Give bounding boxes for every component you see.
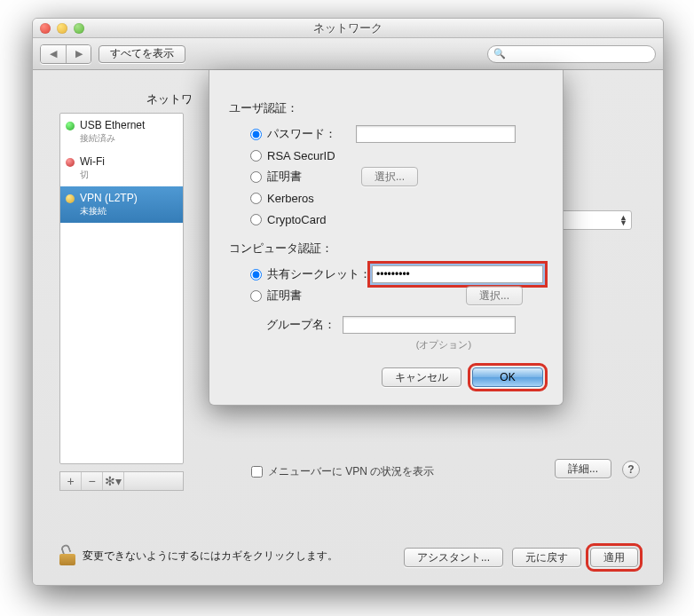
user-auth-cert-radio[interactable] <box>250 171 262 183</box>
popup-arrows-icon: ▲▼ <box>619 215 627 225</box>
window-title: ネットワーク <box>33 20 663 36</box>
ok-button[interactable]: OK <box>472 367 543 387</box>
group-name-label: グループ名： <box>250 317 343 333</box>
revert-button[interactable]: 元に戻す <box>512 548 581 567</box>
machine-auth-shared-secret-radio[interactable] <box>250 269 262 280</box>
preferences-window: ネットワーク ◀ ▶ すべてを表示 🔍 ネットワ USB Ethernet 接続… <box>32 18 664 586</box>
machine-cert-select-button[interactable]: 選択... <box>466 286 523 305</box>
sidebar-item-wifi[interactable]: Wi-Fi 切 <box>60 150 183 186</box>
auth-settings-sheet: ユーザ認証： パスワード： RSA SecurID 証明書 選択... Kerb… <box>209 70 564 406</box>
service-actions-button[interactable]: ✻▾ <box>103 472 124 490</box>
sidebar-item-vpn[interactable]: VPN (L2TP) 未接続 <box>60 186 183 223</box>
sidebar-item-status: 切 <box>80 169 176 181</box>
sidebar-item-status: 接続済み <box>80 132 176 145</box>
assistant-button[interactable]: アシスタント... <box>404 548 503 567</box>
lock-row: 変更できないようにするにはカギをクリックします。 <box>59 546 338 565</box>
status-dot-icon <box>66 194 75 203</box>
show-vpn-in-menubar-checkbox[interactable] <box>251 466 263 478</box>
group-optional-note: (オプション) <box>344 338 543 351</box>
remove-service-button[interactable]: − <box>82 472 103 490</box>
machine-auth-cert-label: 証明書 <box>267 288 372 304</box>
advanced-button[interactable]: 詳細... <box>555 459 611 478</box>
search-icon: 🔍 <box>493 48 506 59</box>
user-auth-password-label: パスワード： <box>267 126 356 142</box>
search-input[interactable] <box>509 48 650 60</box>
user-auth-rsa-label: RSA SecurID <box>267 149 356 162</box>
user-auth-rsa-radio[interactable] <box>250 150 262 162</box>
status-dot-icon <box>66 158 75 167</box>
back-button[interactable]: ◀ <box>41 45 66 63</box>
location-label: ネットワ <box>146 91 193 107</box>
lock-text: 変更できないようにするにはカギをクリックします。 <box>83 549 338 564</box>
user-auth-password-input[interactable] <box>356 125 516 143</box>
menubar-status-row: メニューバーに VPN の状況を表示 <box>251 464 434 479</box>
machine-auth-label: コンピュータ認証： <box>229 241 543 257</box>
sidebar-item-name: Wi-Fi <box>80 155 176 168</box>
user-auth-cryptocard-label: CryptoCard <box>267 213 356 226</box>
sidebar-tools: + − ✻▾ <box>59 471 184 491</box>
add-service-button[interactable]: + <box>60 472 82 490</box>
group-name-input[interactable] <box>343 316 516 334</box>
sidebar-item-name: VPN (L2TP) <box>80 192 176 204</box>
search-field[interactable]: 🔍 <box>487 45 656 63</box>
sidebar-item-name: USB Ethernet <box>80 119 176 131</box>
user-auth-cryptocard-radio[interactable] <box>250 214 262 225</box>
machine-auth-cert-radio[interactable] <box>250 290 262 302</box>
sidebar-item-status: 未接続 <box>80 205 176 217</box>
nav-segment: ◀ ▶ <box>40 44 91 64</box>
user-auth-cert-label: 証明書 <box>267 169 356 185</box>
show-vpn-in-menubar-label: メニューバーに VPN の状況を表示 <box>268 464 434 479</box>
help-button[interactable]: ? <box>622 461 640 478</box>
user-auth-password-radio[interactable] <box>250 129 262 140</box>
shared-secret-input[interactable] <box>372 265 543 283</box>
user-auth-kerberos-radio[interactable] <box>250 193 262 204</box>
user-auth-label: ユーザ認証： <box>229 100 543 116</box>
user-auth-kerberos-label: Kerberos <box>267 192 356 205</box>
show-all-button[interactable]: すべてを表示 <box>99 45 185 63</box>
forward-button[interactable]: ▶ <box>66 45 91 63</box>
titlebar: ネットワーク <box>33 19 663 38</box>
machine-auth-shared-secret-label: 共有シークレット： <box>267 266 372 282</box>
bottom-buttons: アシスタント... 元に戻す 適用 <box>404 548 638 567</box>
toolbar: ◀ ▶ すべてを表示 🔍 <box>33 38 663 70</box>
user-cert-select-button[interactable]: 選択... <box>361 167 418 186</box>
lock-icon[interactable] <box>59 546 75 565</box>
apply-button[interactable]: 適用 <box>590 548 638 567</box>
cancel-button[interactable]: キャンセル <box>382 367 461 387</box>
status-dot-icon <box>66 122 75 130</box>
sidebar-item-usb-ethernet[interactable]: USB Ethernet 接続済み <box>60 114 183 150</box>
services-sidebar: USB Ethernet 接続済み Wi-Fi 切 VPN (L2TP) 未接続 <box>59 113 184 464</box>
